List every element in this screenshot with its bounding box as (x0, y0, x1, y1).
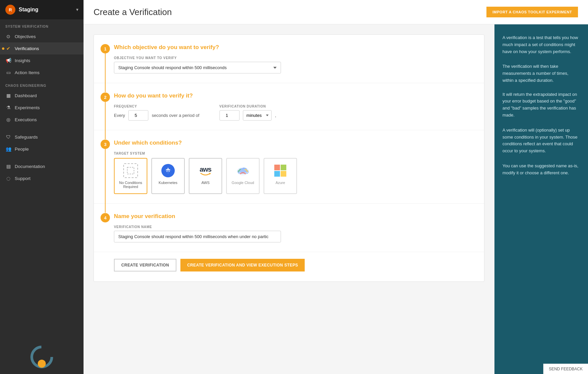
duration-unit-select[interactable]: minutes hours days (243, 110, 272, 121)
frequency-row: Every seconds over a period of (114, 110, 199, 121)
step-1: 1 Which objective do you want to verify?… (94, 35, 484, 83)
frequency-input[interactable] (128, 110, 148, 121)
step-4-title: Name your verification (114, 213, 472, 220)
app-logo: R (5, 5, 15, 15)
objective-select[interactable]: Staging Console should respond within 50… (114, 62, 281, 73)
duration-input[interactable] (219, 110, 240, 121)
sidebar-item-dashboard[interactable]: ▦ Dashboard (0, 89, 84, 102)
verifications-icon: ✔ (5, 45, 11, 51)
send-feedback-button[interactable]: SEND FEEDBACK (543, 364, 588, 374)
sidebar-item-executions[interactable]: ◎ Executions (0, 114, 84, 126)
step-3-number: 3 (101, 140, 110, 149)
step-3: 3 Under which conditions? TARGET SYSTEM (94, 130, 484, 204)
sidebar-item-experiments[interactable]: ⚗ Experiments (0, 102, 84, 114)
content-area: 1 Which objective do you want to verify?… (84, 24, 588, 374)
sidebar-item-label: Executions (15, 117, 37, 122)
azure-icon (273, 163, 288, 178)
create-verification-view-steps-button[interactable]: CREATE VERIFICATION AND VIEW EXECUTION S… (180, 259, 305, 271)
target-card-label: Azure (276, 181, 285, 185)
active-indicator (2, 47, 4, 50)
sidebar-item-documentation[interactable]: ▤ Documentation (0, 160, 84, 172)
people-icon: 👥 (5, 146, 11, 152)
step-2: 2 How do you want to verify it? FREQUENC… (94, 83, 484, 130)
period-label: seconds over a period of (152, 113, 199, 118)
sidebar-item-label: Dashboard (15, 93, 37, 98)
sidebar-item-label: Verifications (15, 46, 39, 51)
target-card-label: No Conditions Required (118, 181, 143, 189)
verification-name-input[interactable] (114, 231, 281, 242)
dashboard-icon: ▦ (5, 92, 11, 99)
objective-field-label: OBJECTIVE YOU WANT TO VERIFY (114, 56, 472, 60)
svg-point-1 (38, 360, 46, 368)
sidebar-item-people[interactable]: 👥 People (0, 143, 84, 155)
sidebar-item-label: Safeguards (15, 135, 38, 140)
target-system-label: TARGET SYSTEM (114, 152, 472, 155)
insights-icon: 📢 (5, 57, 11, 63)
svg-rect-13 (281, 171, 286, 177)
target-card-label: Kubernetes (159, 181, 177, 185)
main-header: Create a Verification IMPORT A CHAOS TOO… (84, 0, 588, 24)
target-card-google-cloud[interactable]: Google Cloud (226, 158, 260, 194)
step-3-line (105, 149, 106, 213)
target-cards: No Conditions Required (114, 158, 472, 194)
step-1-title: Which objective do you want to verify? (114, 44, 472, 51)
duration-row: minutes hours days . (219, 110, 276, 121)
no-conditions-icon (123, 163, 138, 178)
page-title: Create a Verification (94, 7, 172, 17)
google-cloud-icon (236, 163, 250, 178)
info-text-2b: It will return the extrapolated impact o… (502, 91, 580, 119)
section-label-system-verification: SYSTEM VERIFICATION (0, 19, 84, 30)
documentation-icon: ▤ (5, 163, 11, 169)
sidebar-item-label: Action Items (15, 70, 39, 75)
period-dot: . (275, 113, 276, 119)
objectives-icon: ⊙ (5, 33, 11, 39)
info-block-4: You can use the suggested name as-is, mo… (502, 163, 580, 177)
aws-icon: aws (198, 163, 213, 178)
target-card-kubernetes[interactable]: Kubernetes (151, 158, 185, 194)
app-name: Staging (19, 7, 38, 13)
info-text-1: A verification is a test that tells you … (502, 34, 580, 55)
step-4: 4 Name your verification VERIFICATION NA… (94, 204, 484, 252)
target-card-azure[interactable]: Azure (264, 158, 297, 194)
sidebar-item-safeguards[interactable]: 🛡 Safeguards (0, 131, 84, 143)
executions-icon: ◎ (5, 117, 11, 123)
experiments-icon: ⚗ (5, 105, 11, 111)
target-card-aws[interactable]: aws AWS (189, 158, 222, 194)
target-card-label: AWS (201, 181, 210, 185)
step-3-title: Under which conditions? (114, 140, 472, 146)
safeguards-icon: 🛡 (5, 134, 11, 140)
svg-rect-11 (281, 165, 286, 170)
support-icon: ◌ (5, 175, 11, 181)
verification-name-label: VERIFICATION NAME (114, 225, 472, 229)
sidebar-item-verifications[interactable]: ✔ Verifications (0, 42, 84, 54)
step-2-title: How do you want to verify it? (114, 92, 472, 99)
sidebar-bottom (0, 340, 84, 374)
sidebar-item-objectives[interactable]: ⊙ Objectives (0, 30, 84, 42)
svg-rect-2 (127, 167, 134, 174)
target-card-none[interactable]: No Conditions Required (114, 158, 147, 194)
info-block-2: The verification will then take measurem… (502, 63, 580, 119)
sidebar-header: R Staging ▾ (0, 0, 84, 19)
create-verification-button[interactable]: CREATE VERIFICATION (114, 259, 176, 271)
info-text-3: A verification will (optionally) set up … (502, 127, 580, 155)
sidebar-item-support[interactable]: ◌ Support (0, 172, 84, 184)
section-label-chaos-engineering: CHAOS ENGINEERING (0, 78, 84, 89)
frequency-label: FREQUENCY (114, 105, 199, 108)
target-card-label: Google Cloud (232, 181, 254, 185)
chevron-down-icon: ▾ (76, 7, 78, 12)
step-4-number: 4 (101, 213, 110, 222)
info-text-2: The verification will then take measurem… (502, 63, 580, 84)
sidebar-item-label: Objectives (15, 34, 36, 39)
form-card: 1 Which objective do you want to verify?… (94, 34, 484, 282)
form-actions: CREATE VERIFICATION CREATE VERIFICATION … (94, 252, 484, 271)
sidebar-header-left: R Staging (5, 5, 38, 15)
import-chaos-toolkit-button[interactable]: IMPORT A CHAOS TOOLKIT EXPERIMENT (486, 7, 578, 17)
sidebar-item-action-items[interactable]: ▭ Action Items (0, 66, 84, 78)
action-items-icon: ▭ (5, 69, 11, 75)
sidebar: R Staging ▾ SYSTEM VERIFICATION ⊙ Object… (0, 0, 84, 374)
svg-rect-12 (274, 171, 280, 177)
info-block-1: A verification is a test that tells you … (502, 34, 580, 55)
sidebar-item-insights[interactable]: 📢 Insights (0, 54, 84, 66)
sidebar-item-label: Support (15, 176, 30, 181)
info-panel: A verification is a test that tells you … (494, 24, 588, 374)
